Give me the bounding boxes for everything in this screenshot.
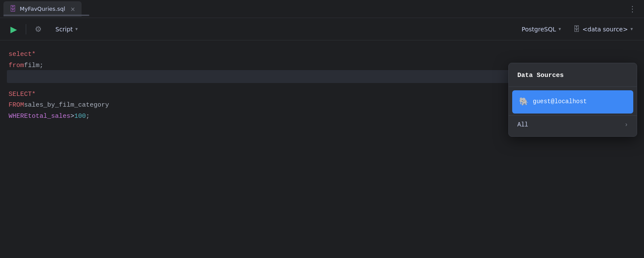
run-icon: ▶ xyxy=(10,24,17,34)
operator-gt: > xyxy=(70,111,74,122)
dialect-chevron-icon: ▾ xyxy=(559,26,561,32)
keyword-select: select xyxy=(9,49,32,60)
editor-area[interactable]: select * from film; SELECT * FROM sales_… xyxy=(0,40,644,258)
star-operator-2: * xyxy=(32,89,36,100)
tab-close-button[interactable]: × xyxy=(70,6,76,12)
column-total-sales: total_sales xyxy=(28,111,70,122)
data-source-db-icon: 🗄 xyxy=(573,25,580,33)
gear-icon: ⚙ xyxy=(35,25,42,34)
keyword-where: WHERE xyxy=(9,111,28,122)
postgresql-icon: 🐘 xyxy=(519,95,529,109)
number-100: 100 xyxy=(74,111,86,122)
db-icon: 🗄 xyxy=(9,5,16,13)
dropdown-item-guest[interactable]: 🐘 guest@localhost xyxy=(512,90,633,114)
data-source-label: <data source> xyxy=(583,26,628,33)
data-sources-dropdown: Data Sources 🐘 guest@localhost All › xyxy=(508,63,637,137)
toolbar-right: PostgreSQL ▾ 🗄 <data source> ▾ xyxy=(517,23,637,35)
empty-line xyxy=(9,71,12,82)
keyword-select-2: SELECT xyxy=(9,89,32,100)
table-film: film; xyxy=(24,60,43,71)
all-label: All xyxy=(517,120,528,130)
toolbar: ▶ ⚙ Script ▾ PostgreSQL ▾ 🗄 <data source… xyxy=(0,18,644,40)
data-source-selector[interactable]: 🗄 <data source> ▾ xyxy=(569,23,637,35)
table-sales: sales_by_film_category xyxy=(24,100,109,111)
all-chevron-icon: › xyxy=(625,120,628,130)
star-operator: * xyxy=(32,49,36,60)
data-source-chevron-icon: ▾ xyxy=(630,26,633,32)
toolbar-divider xyxy=(26,24,26,34)
settings-button[interactable]: ⚙ xyxy=(31,22,45,36)
dropdown-item-all[interactable]: All › xyxy=(509,115,637,135)
script-chevron-icon: ▾ xyxy=(76,26,78,32)
run-button[interactable]: ▶ xyxy=(7,22,21,36)
keyword-from-2: FROM xyxy=(9,100,24,111)
script-label: Script xyxy=(55,26,73,33)
guest-localhost-label: guest@localhost xyxy=(533,97,587,107)
script-selector[interactable]: Script ▾ xyxy=(50,24,83,35)
keyword-from: from xyxy=(9,60,24,71)
dialect-label: PostgreSQL xyxy=(522,26,556,33)
semicolon: ; xyxy=(86,111,90,122)
dropdown-title: Data Sources xyxy=(509,63,637,87)
tab-bar: 🗄 MyFavQuries.sql × ⋮ xyxy=(0,0,644,18)
dropdown-items: 🐘 guest@localhost All › xyxy=(509,87,637,136)
tab-title: MyFavQuries.sql xyxy=(20,6,65,12)
more-options-button[interactable]: ⋮ xyxy=(629,4,637,13)
dialect-selector[interactable]: PostgreSQL ▾ xyxy=(517,24,565,35)
code-line-1: select * xyxy=(9,49,635,60)
tab-scrollbar xyxy=(3,15,89,16)
